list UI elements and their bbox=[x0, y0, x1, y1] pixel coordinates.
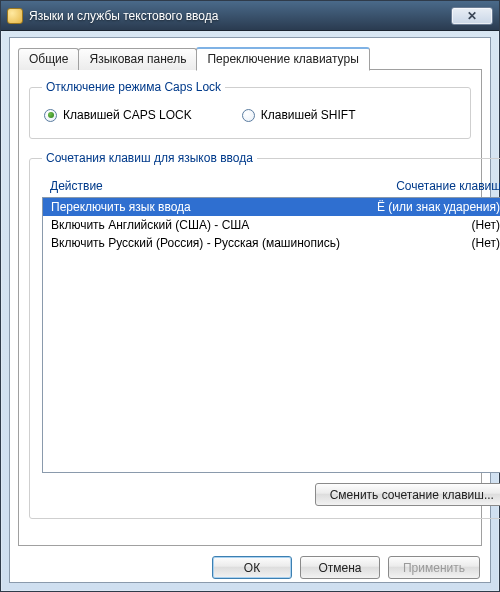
capslock-group: Отключение режима Caps Lock Клавишей CAP… bbox=[29, 80, 471, 139]
hotkeys-group: Сочетания клавиш для языков ввода Действ… bbox=[29, 151, 500, 519]
close-icon: ✕ bbox=[467, 9, 477, 23]
close-button[interactable]: ✕ bbox=[451, 7, 493, 25]
list-row[interactable]: Переключить язык ввода Ё (или знак ударе… bbox=[43, 198, 500, 216]
col-combo: Сочетание клавиш bbox=[341, 179, 500, 193]
capslock-radios: Клавишей CAPS LOCK Клавишей SHIFT bbox=[42, 104, 458, 126]
ok-button[interactable]: ОК bbox=[212, 556, 292, 579]
list-row[interactable]: Включить Русский (Россия) - Русская (маш… bbox=[43, 234, 500, 252]
capslock-legend: Отключение режима Caps Lock bbox=[42, 80, 225, 94]
client-area: Общие Языковая панель Переключение клави… bbox=[9, 37, 491, 583]
list-row[interactable]: Включить Английский (США) - США (Нет) bbox=[43, 216, 500, 234]
radio-dot-icon bbox=[44, 109, 57, 122]
hotkey-listbox[interactable]: Переключить язык ввода Ё (или знак ударе… bbox=[42, 197, 500, 473]
cell-combo: (Нет) bbox=[340, 218, 500, 232]
change-row: Сменить сочетание клавиш... bbox=[42, 483, 500, 506]
cell-combo: (Нет) bbox=[340, 236, 500, 250]
change-hotkey-button[interactable]: Сменить сочетание клавиш... bbox=[315, 483, 500, 506]
cancel-button[interactable]: Отмена bbox=[300, 556, 380, 579]
tab-body: Отключение режима Caps Lock Клавишей CAP… bbox=[18, 70, 482, 546]
titlebar: Языки и службы текстового ввода ✕ bbox=[1, 1, 499, 31]
app-icon bbox=[7, 8, 23, 24]
cell-action: Переключить язык ввода bbox=[51, 200, 340, 214]
list-header: Действие Сочетание клавиш bbox=[42, 175, 500, 197]
radio-dot-icon bbox=[242, 109, 255, 122]
dialog-window: Языки и службы текстового ввода ✕ Общие … bbox=[0, 0, 500, 592]
radio-shift-label: Клавишей SHIFT bbox=[261, 108, 356, 122]
radio-capslock[interactable]: Клавишей CAPS LOCK bbox=[44, 108, 192, 122]
radio-capslock-label: Клавишей CAPS LOCK bbox=[63, 108, 192, 122]
tab-switch-keyboard[interactable]: Переключение клавиатуры bbox=[196, 47, 369, 71]
apply-button[interactable]: Применить bbox=[388, 556, 480, 579]
radio-shift[interactable]: Клавишей SHIFT bbox=[242, 108, 356, 122]
tab-langbar[interactable]: Языковая панель bbox=[78, 48, 197, 70]
col-action: Действие bbox=[50, 179, 341, 193]
tab-general[interactable]: Общие bbox=[18, 48, 79, 70]
cell-action: Включить Русский (Россия) - Русская (маш… bbox=[51, 236, 340, 250]
dialog-footer: ОК Отмена Применить bbox=[18, 546, 482, 579]
cell-combo: Ё (или знак ударения) bbox=[340, 200, 500, 214]
tab-strip: Общие Языковая панель Переключение клави… bbox=[18, 46, 482, 70]
hotkeys-legend: Сочетания клавиш для языков ввода bbox=[42, 151, 257, 165]
window-title: Языки и службы текстового ввода bbox=[29, 9, 451, 23]
cell-action: Включить Английский (США) - США bbox=[51, 218, 340, 232]
